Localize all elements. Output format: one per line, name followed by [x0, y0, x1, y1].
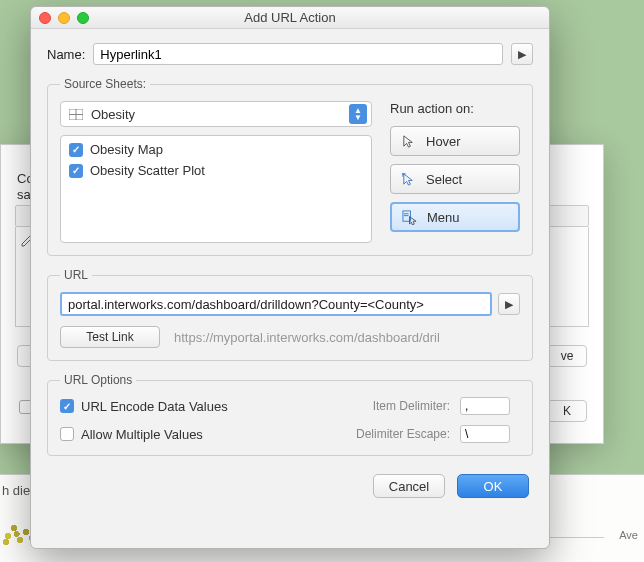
menu-icon	[402, 210, 417, 225]
checkbox-checked-icon: ✓	[60, 399, 74, 413]
run-action-label: Run action on:	[390, 101, 520, 116]
sheet-icon	[69, 109, 83, 120]
checkbox-unchecked-icon	[60, 427, 74, 441]
sheet-item-obesity-map[interactable]: ✓ Obesity Map	[69, 142, 363, 157]
name-field-menu-button[interactable]: ▶	[511, 43, 533, 65]
url-field-menu-button[interactable]: ▶	[498, 293, 520, 315]
url-legend: URL	[60, 268, 92, 282]
url-options-legend: URL Options	[60, 373, 136, 387]
item-delimiter-label: Item Delimiter:	[356, 399, 450, 413]
bg-k-button[interactable]: K	[547, 400, 587, 422]
url-input[interactable]	[60, 292, 492, 316]
updown-icon: ▲▼	[349, 104, 367, 124]
source-sheet-dropdown[interactable]: Obesity ▲▼	[60, 101, 372, 127]
dialog-title: Add URL Action	[31, 10, 549, 25]
titlebar[interactable]: Add URL Action	[31, 7, 549, 29]
select-icon	[401, 172, 416, 187]
run-action-select[interactable]: Select	[390, 164, 520, 194]
checkbox-checked-icon: ✓	[69, 164, 83, 178]
url-fieldset: URL ▶ Test Link https://myportal.interwo…	[47, 268, 533, 361]
source-sheet-selected: Obesity	[91, 107, 135, 122]
checkbox-checked-icon: ✓	[69, 143, 83, 157]
test-link-button[interactable]: Test Link	[60, 326, 160, 348]
sheet-list: ✓ Obesity Map ✓ Obesity Scatter Plot	[60, 135, 372, 243]
cursor-icon	[401, 134, 416, 149]
chevron-right-icon: ▶	[505, 298, 513, 311]
url-encode-checkbox[interactable]: ✓ URL Encode Data Values	[60, 399, 346, 414]
url-options-fieldset: URL Options ✓ URL Encode Data Values Ite…	[47, 373, 533, 456]
allow-multiple-checkbox[interactable]: Allow Multiple Values	[60, 427, 346, 442]
source-sheets-fieldset: Source Sheets: Obesity ▲▼ ✓ Obesity Map	[47, 77, 533, 256]
add-url-action-dialog: Add URL Action Name: ▶ Source Sheets: Ob…	[30, 6, 550, 549]
name-label: Name:	[47, 47, 85, 62]
chevron-right-icon: ▶	[518, 48, 526, 61]
cancel-button[interactable]: Cancel	[373, 474, 445, 498]
sheet-item-obesity-scatter[interactable]: ✓ Obesity Scatter Plot	[69, 163, 363, 178]
bg-ave: Ave	[619, 529, 638, 541]
source-sheets-legend: Source Sheets:	[60, 77, 150, 91]
name-input[interactable]	[93, 43, 503, 65]
delimiter-escape-label: Delimiter Escape:	[356, 427, 450, 441]
bg-ve-button[interactable]: ve	[547, 345, 587, 367]
url-preview: https://myportal.interworks.com/dashboar…	[174, 330, 440, 345]
run-action-menu[interactable]: Menu	[390, 202, 520, 232]
run-action-hover[interactable]: Hover	[390, 126, 520, 156]
delimiter-escape-input[interactable]	[460, 425, 510, 443]
item-delimiter-input[interactable]	[460, 397, 510, 415]
ok-button[interactable]: OK	[457, 474, 529, 498]
